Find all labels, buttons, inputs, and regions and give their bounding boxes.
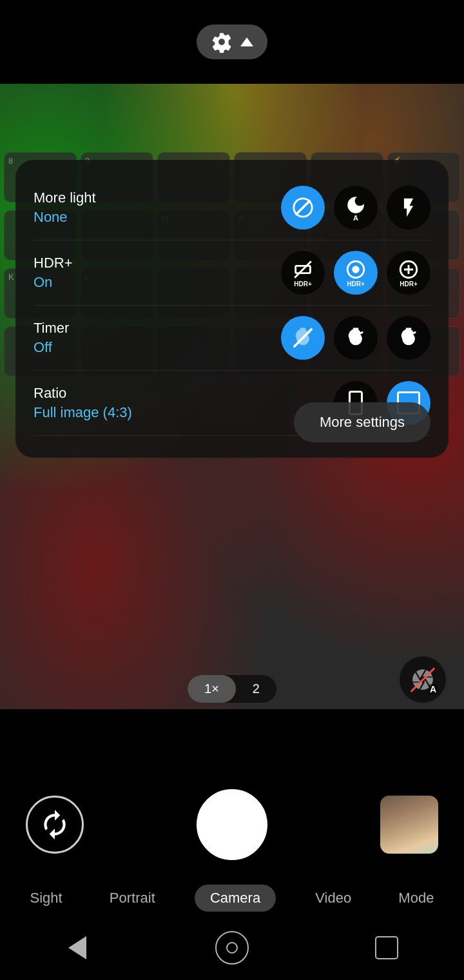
recents-button[interactable]: [367, 928, 406, 967]
night-mode-button[interactable]: A: [334, 186, 378, 230]
hdr-row: HDR+ On HDR+ HDR+: [34, 240, 430, 306]
home-inner-circle: [226, 942, 238, 954]
hdr-off-label: HDR+: [294, 280, 312, 288]
mode-camera[interactable]: Camera: [195, 885, 276, 912]
timer-10-label: 10: [404, 333, 412, 342]
chevron-up-icon: [240, 37, 253, 46]
timer-value: Off: [34, 339, 69, 356]
timer-3-label: 3: [353, 333, 358, 344]
ratio-label-container: Ratio Full image (4:3): [34, 385, 132, 421]
settings-panel: More light None A: [15, 160, 449, 458]
hdr-on-button[interactable]: HDR+: [334, 251, 378, 295]
ratio-name: Ratio: [34, 385, 132, 402]
moon-a-icon: A: [345, 194, 367, 222]
gallery-thumbnail-button[interactable]: [380, 796, 438, 854]
hdr-name: HDR+: [34, 255, 73, 271]
top-bar: [0, 0, 464, 84]
svg-line-2: [295, 261, 311, 278]
ratio-value: Full image (4:3): [34, 404, 132, 421]
flash-on-button[interactable]: [387, 186, 430, 230]
timer-3s-button[interactable]: 3: [334, 316, 378, 360]
hdr-on-icon: [345, 259, 367, 280]
nav-bar: [0, 918, 464, 980]
flip-camera-icon: [39, 808, 71, 841]
svg-line-1: [296, 201, 311, 215]
zoom-1x-button[interactable]: 1×: [188, 675, 236, 703]
settings-pill-button[interactable]: [197, 24, 267, 59]
more-light-value: None: [34, 209, 96, 226]
more-light-row: More light None A: [34, 175, 430, 240]
mode-portrait[interactable]: Portrait: [102, 886, 163, 910]
flip-camera-button[interactable]: [26, 796, 84, 854]
shutter-row: [0, 783, 464, 873]
more-light-label: More light None: [34, 190, 96, 226]
timer-off-button[interactable]: [281, 316, 325, 360]
zoom-controls: 1× 2: [188, 675, 276, 703]
timer-10s-button[interactable]: 10: [387, 316, 430, 360]
home-button[interactable]: [213, 928, 251, 967]
flash-icon: [398, 197, 420, 219]
flash-none-button[interactable]: [281, 186, 325, 230]
hdr-on-label: HDR+: [347, 280, 365, 288]
svg-point-4: [352, 266, 359, 273]
shutter-button[interactable]: [197, 789, 267, 860]
timer-label-container: Timer Off: [34, 320, 69, 356]
hdr-plus-icon: [398, 259, 420, 280]
hdr-enhanced-button[interactable]: HDR+: [387, 251, 430, 295]
more-settings-button[interactable]: More settings: [294, 402, 430, 442]
timer-row: Timer Off 3 10: [34, 306, 430, 371]
home-icon: [215, 931, 249, 965]
mode-sight[interactable]: Sight: [23, 886, 70, 910]
hdr-off-button[interactable]: HDR+: [281, 251, 325, 295]
back-button[interactable]: [58, 928, 97, 967]
hdr-off-icon: [292, 259, 314, 280]
more-light-name: More light: [34, 190, 96, 206]
back-icon: [68, 936, 86, 959]
hdr-options: HDR+ HDR+ HDR+: [281, 251, 430, 295]
auto-label: A: [429, 684, 438, 694]
bottom-controls: Sight Portrait Camera Video Mode: [0, 783, 464, 980]
gallery-preview: [380, 796, 438, 854]
scene-detect-button[interactable]: A: [400, 656, 446, 703]
timer-off-icon: [292, 327, 314, 349]
timer-name: Timer: [34, 320, 69, 337]
gear-icon: [211, 31, 233, 53]
scene-detect-icon-container: A: [411, 667, 435, 692]
mode-more[interactable]: Mode: [391, 886, 441, 910]
mode-video[interactable]: Video: [307, 886, 359, 910]
camera-modes: Sight Portrait Camera Video Mode: [0, 873, 464, 918]
hdr-value: On: [34, 274, 73, 291]
no-flash-icon: [292, 197, 314, 219]
hdr-label-container: HDR+ On: [34, 255, 73, 291]
recents-icon: [375, 936, 398, 959]
more-light-options: A: [281, 186, 430, 230]
timer-options: 3 10: [281, 316, 430, 360]
hdr-enhanced-label: HDR+: [400, 280, 418, 288]
zoom-2x-button[interactable]: 2: [236, 675, 276, 703]
